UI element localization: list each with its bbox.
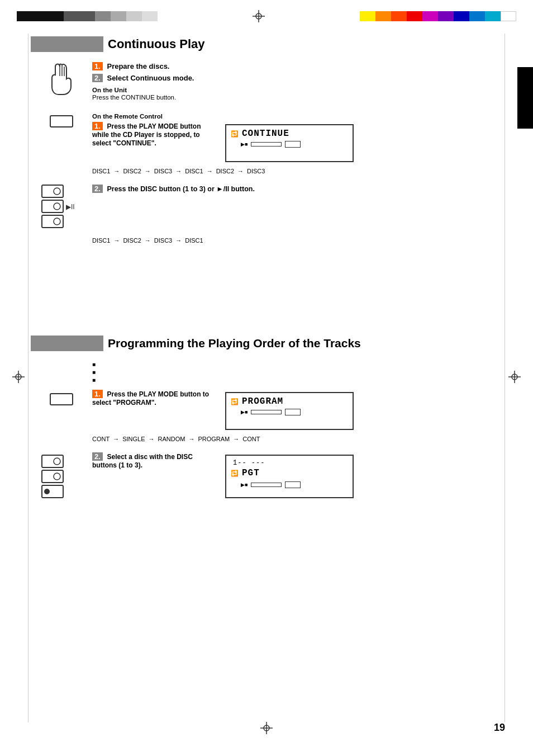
color-block-9 [142, 11, 158, 21]
step1-text: Prepare the discs. [107, 62, 169, 70]
section2-header-bar [31, 336, 103, 351]
svg-point-17 [54, 473, 60, 480]
step1-num: 1. [92, 62, 103, 70]
arr1-d1b: DISC1 [185, 168, 203, 174]
color-block-p [438, 11, 454, 21]
lcd2-disc-icon: 🔁 [231, 398, 239, 405]
section1-remote-step2-col: 2. Press the DISC button (1 to 3) or ►/I… [92, 180, 513, 195]
section1-remote-col: On the Remote Control 1. Press the PLAY … [92, 111, 513, 162]
lcd3-disc-icon: 🔁 [231, 470, 239, 477]
top-bar-left [17, 11, 158, 21]
step2-label: 2. Select Continuous mode. [92, 74, 194, 82]
lcd1-top-row: 🔁 CONTINUE [231, 129, 348, 139]
arr3-p: PROGRAM [198, 436, 230, 442]
lcd2-text: PROGRAM [242, 396, 283, 407]
color-block-1 [17, 11, 32, 21]
step1-label: 1. Prepare the discs. [92, 62, 194, 70]
section2-header: Programming the Playing Order of the Tra… [31, 336, 513, 351]
arr1-a2: → [145, 168, 151, 174]
section2-step1-row: 1. Press the PLAY MODE button to select … [92, 390, 513, 430]
black-tab [517, 67, 533, 129]
section2-disc-col [31, 450, 92, 503]
arr1-a5: → [237, 168, 244, 174]
on-unit-text: Press the CONTINUE button. [92, 94, 194, 101]
section1-row1: 1. Prepare the discs. 2. Select Continuo… [31, 62, 513, 102]
arr2-a1: → [113, 237, 120, 244]
section2-step2-num: 2. [92, 452, 103, 461]
arrows-row-2: DISC1 → DISC2 → DISC3 → DISC1 [92, 237, 513, 244]
lcd3-line1: 1-- --- [233, 459, 348, 467]
arr1-d3: DISC3 [154, 168, 172, 174]
color-block-r [407, 11, 422, 21]
section1-row3: ▶II 2. Press the DISC button (1 to 3) or… [31, 180, 513, 233]
lcd-display-1: 🔁 CONTINUE ▶■ [225, 124, 354, 162]
section2-step1-text: Press the PLAY MODE button to select "PR… [92, 390, 209, 407]
top-crosshair-icon [253, 10, 265, 22]
lcd1-disc-icon: 🔁 [231, 130, 239, 138]
section2-cd-icon [50, 393, 73, 405]
section2-step1-num: 1. [92, 390, 103, 398]
arrows-row-3: CONT → SINGLE → RANDOM → PROGRAM → CONT [92, 436, 513, 442]
lcd3-bar [251, 483, 282, 487]
section2-row1: 1. Press the PLAY MODE button to select … [31, 390, 513, 430]
top-bar-right [360, 11, 516, 21]
color-block-6 [95, 11, 111, 21]
page-number: 19 [494, 722, 505, 734]
arr1-d2b: DISC2 [216, 168, 234, 174]
arr1-d3b: DISC3 [247, 168, 265, 174]
bottom-crosshair [260, 722, 273, 736]
svg-point-8 [54, 188, 60, 195]
lcd2-rect [285, 409, 301, 415]
lcd2-bottom-row: ▶■ [241, 409, 348, 415]
section2-step2-text-col: 2. Select a disc with the DISC buttons (… [92, 452, 215, 471]
arr3-a2: → [149, 436, 155, 442]
section1-row2: On the Remote Control 1. Press the PLAY … [31, 111, 513, 162]
color-block-8 [126, 11, 142, 21]
color-block-y [360, 11, 375, 21]
section2-step1-label: 1. Press the PLAY MODE button to select … [92, 390, 215, 407]
arr3-s: SINGLE [122, 436, 145, 442]
section2-title: Programming the Playing Order of the Tra… [103, 337, 361, 350]
color-block-m [422, 11, 438, 21]
arr1-a1: → [113, 168, 120, 174]
bullet-points: ■ ■ ■ [92, 361, 513, 383]
color-block-4 [64, 11, 79, 21]
arr1-a4: → [207, 168, 213, 174]
step2-num: 2. [92, 74, 103, 82]
section-programming: Programming the Playing Order of the Tra… [31, 336, 513, 508]
arr2-a2: → [145, 237, 151, 244]
section2-row2: 2. Select a disc with the DISC buttons (… [31, 450, 513, 503]
color-block-o [375, 11, 391, 21]
arr2-d1: DISC1 [92, 237, 110, 244]
lcd3-rect [285, 481, 301, 488]
lcd3-play-icon: ▶■ [241, 482, 248, 488]
left-crosshair-icon [12, 371, 25, 383]
lcd3-text: PGT [242, 468, 260, 478]
lcd3-content: 1-- --- 🔁 PGT ▶■ [231, 459, 348, 488]
section1-header-bar [31, 36, 103, 52]
on-unit-label: On the Unit [92, 87, 194, 93]
arr3-a1: → [113, 436, 119, 442]
arr1-a3: → [175, 168, 182, 174]
arr2-d1b: DISC1 [185, 237, 203, 244]
bullet2: ■ [92, 369, 513, 375]
lcd1-text: CONTINUE [242, 129, 289, 139]
remote-row: 1. Press the PLAY MODE button while the … [92, 122, 513, 162]
section2-step2-row: 2. Select a disc with the DISC buttons (… [92, 452, 513, 498]
section1-title: Continuous Play [103, 37, 205, 51]
color-block-3 [48, 11, 64, 21]
lcd2-bar [251, 410, 282, 414]
section2-cd-col [31, 390, 92, 405]
section1-header: Continuous Play [31, 36, 513, 52]
arr2-d3: DISC3 [154, 237, 172, 244]
svg-point-15 [54, 458, 60, 465]
arr3-cb: CONT [242, 436, 260, 442]
bullet1: ■ [92, 361, 513, 367]
bottom-crosshair-icon [260, 722, 273, 734]
section-continuous-play: Continuous Play 1. Prepare the discs. 2.… [31, 36, 513, 253]
arr1-d2: DISC2 [123, 168, 141, 174]
section2-step1-col: 1. Press the PLAY MODE button to select … [92, 390, 513, 430]
arr2-d2: DISC2 [123, 237, 141, 244]
cd-player-icon [50, 115, 73, 127]
disc-stack-col: ▶II [31, 180, 92, 233]
